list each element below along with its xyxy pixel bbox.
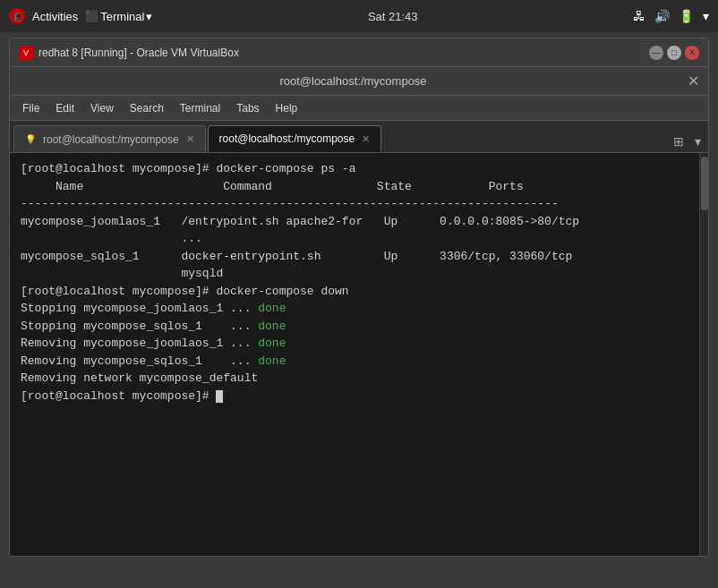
virtualbox-window: V redhat 8 [Running] - Oracle VM Virtual… <box>9 38 709 557</box>
tab-1[interactable]: 💡 root@localhost:/mycompose ✕ <box>13 125 206 152</box>
tab-2[interactable]: root@localhost:/mycompose ✕ <box>208 125 382 152</box>
terminal-menu-label[interactable]: ⬛ Terminal ▾ <box>85 10 152 23</box>
terminal-body: [root@localhost mycompose]# docker-compo… <box>10 153 708 556</box>
terminal-title: root@localhost:/mycompose <box>279 74 426 88</box>
terminal-line-4: mycompose_joomlaos_1 /entrypoint.sh apac… <box>21 213 688 231</box>
activities-label[interactable]: Activities <box>32 10 78 23</box>
redhat-logo: 🎩 <box>9 8 25 24</box>
tab-bar-actions: ⊞ ▾ <box>670 132 705 152</box>
minimize-button[interactable]: — <box>649 46 663 60</box>
tab-1-close[interactable]: ✕ <box>186 133 194 145</box>
terminal-line-1: [root@localhost mycompose]# docker-compo… <box>21 160 688 178</box>
terminal-content[interactable]: [root@localhost mycompose]# docker-compo… <box>10 153 699 556</box>
terminal-line-3: ----------------------------------------… <box>21 195 688 213</box>
terminal-close-button[interactable]: ✕ <box>688 72 699 89</box>
terminal-line-6: mycompose_sqlos_1 docker-entrypoint.sh U… <box>21 248 688 266</box>
terminal-line-14: [root@localhost mycompose]# <box>21 388 688 405</box>
scrollbar-thumb[interactable] <box>701 157 708 210</box>
terminal-line-5: ... <box>21 230 688 248</box>
menu-terminal[interactable]: Terminal <box>173 99 227 117</box>
menu-edit[interactable]: Edit <box>48 99 81 117</box>
network-icon[interactable]: 🖧 <box>633 9 645 23</box>
menu-view[interactable]: View <box>83 99 121 117</box>
terminal-line-9: Stopping mycompose_joomlaos_1 ... done <box>21 300 688 318</box>
terminal-cursor <box>216 390 223 403</box>
window-titlebar-left: V redhat 8 [Running] - Oracle VM Virtual… <box>19 46 239 60</box>
close-button[interactable]: ✕ <box>685 46 699 60</box>
menu-search[interactable]: Search <box>123 99 171 117</box>
settings-icon[interactable]: ▾ <box>703 9 709 23</box>
window-controls[interactable]: — □ ✕ <box>649 46 699 60</box>
battery-icon[interactable]: 🔋 <box>679 9 694 23</box>
menu-tabs[interactable]: Tabs <box>229 99 266 117</box>
menu-help[interactable]: Help <box>269 99 305 117</box>
scrollbar[interactable] <box>699 153 708 556</box>
window-title: redhat 8 [Running] - Oracle VM VirtualBo… <box>38 47 239 59</box>
terminal-line-10: Stopping mycompose_sqlos_1 ... done <box>21 318 688 336</box>
terminal-line-7: mysqld <box>21 265 688 283</box>
window-titlebar: V redhat 8 [Running] - Oracle VM Virtual… <box>10 38 708 67</box>
menu-bar: File Edit View Search Terminal Tabs Help <box>10 96 708 121</box>
terminal-titlebar: root@localhost:/mycompose ✕ <box>10 67 708 96</box>
tab-2-label: root@localhost:/mycompose <box>219 132 355 145</box>
new-tab-button[interactable]: ⊞ <box>670 132 688 150</box>
os-topbar-right: 🖧 🔊 🔋 ▾ <box>633 9 709 23</box>
tab-1-icon: 💡 <box>25 134 36 144</box>
menu-file[interactable]: File <box>15 99 47 117</box>
os-topbar-left: 🎩 Activities ⬛ Terminal ▾ <box>9 8 152 24</box>
tab-1-label: root@localhost:/mycompose <box>43 133 179 146</box>
terminal-line-13: Removing network mycompose_default <box>21 370 688 388</box>
terminal-line-12: Removing mycompose_sqlos_1 ... done <box>21 353 688 371</box>
os-clock: Sat 21:43 <box>368 10 418 23</box>
terminal-line-2: Name Command State Ports <box>21 178 688 196</box>
os-topbar: 🎩 Activities ⬛ Terminal ▾ Sat 21:43 🖧 🔊 … <box>0 0 718 32</box>
tab-2-close[interactable]: ✕ <box>362 133 370 145</box>
terminal-line-11: Removing mycompose_joomlaos_1 ... done <box>21 335 688 353</box>
tab-bar: 💡 root@localhost:/mycompose ✕ root@local… <box>10 121 708 153</box>
app-icon: V <box>19 46 33 60</box>
volume-icon[interactable]: 🔊 <box>654 9 670 23</box>
terminal-line-8: [root@localhost mycompose]# docker-compo… <box>21 283 688 301</box>
maximize-button[interactable]: □ <box>667 46 681 60</box>
tab-dropdown-button[interactable]: ▾ <box>691 132 705 150</box>
